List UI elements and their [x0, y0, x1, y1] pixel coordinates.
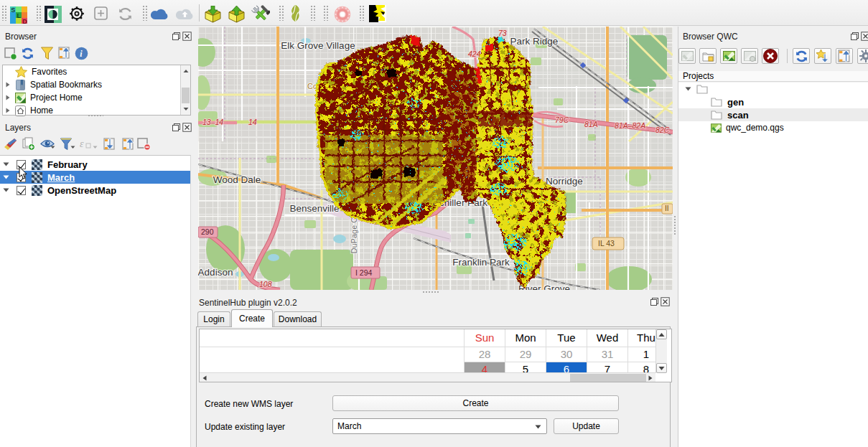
svg-text:Elk Grove Village: Elk Grove Village — [281, 40, 355, 51]
svg-text:Bensenville: Bensenville — [289, 203, 339, 214]
svg-text:14: 14 — [248, 118, 257, 126]
svg-text:I 294: I 294 — [355, 268, 373, 277]
svg-text:73: 73 — [498, 29, 507, 37]
svg-text:108: 108 — [259, 280, 272, 288]
svg-text:River Grove: River Grove — [518, 283, 570, 290]
svg-text:Norridge: Norridge — [546, 176, 583, 187]
svg-text:81A: 81A — [584, 120, 598, 128]
svg-text:L: L — [17, 12, 21, 19]
svg-text:Park Ridge: Park Ridge — [510, 36, 559, 47]
svg-text:290: 290 — [201, 227, 214, 236]
svg-text:13–14: 13–14 — [202, 118, 223, 126]
svg-text:81A–82A: 81A–82A — [615, 121, 645, 130]
svg-text:82C: 82C — [655, 126, 670, 134]
svg-text:Franklin Park: Franklin Park — [452, 257, 510, 268]
svg-text:Il: Il — [665, 204, 668, 212]
svg-text:Addison: Addison — [198, 267, 233, 278]
svg-text:Wood Dale: Wood Dale — [213, 174, 261, 185]
svg-text:D: D — [22, 18, 27, 24]
svg-text:ε: ε — [80, 138, 84, 149]
svg-text:S: S — [11, 6, 15, 14]
svg-text:79C: 79C — [555, 116, 569, 124]
svg-text:IL 43: IL 43 — [598, 239, 615, 248]
